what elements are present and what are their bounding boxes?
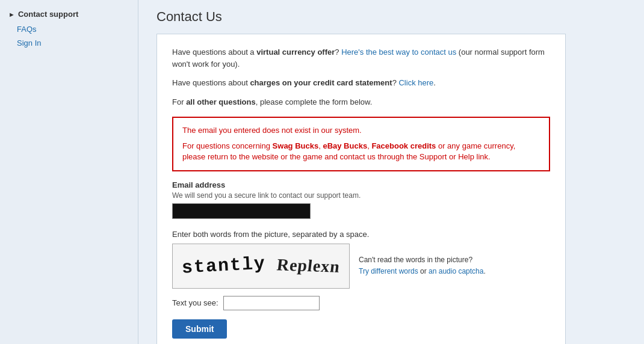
intro-line1: Have questions about a virtual currency … (172, 46, 550, 70)
error-line1: The email you entered does not exist in … (182, 125, 540, 136)
captcha-word1: stantly (181, 253, 267, 278)
sidebar-item-faqs[interactable]: FAQs (0, 22, 138, 36)
audio-captcha-link[interactable]: an audio captcha (429, 267, 483, 275)
try-different-words-link[interactable]: Try different words (359, 267, 418, 275)
captcha-text-input[interactable] (223, 296, 320, 310)
intro-line3: For all other questions, please complete… (172, 96, 550, 108)
email-input[interactable] (172, 203, 311, 219)
sidebar-item-signin[interactable]: Sign In (0, 36, 138, 50)
virtual-currency-link[interactable]: Here's the best way to contact us (341, 48, 456, 57)
credit-card-link[interactable]: Click here (398, 78, 433, 87)
email-section: Email address We will send you a secure … (172, 180, 550, 219)
arrow-icon: ► (8, 11, 15, 18)
text-see-label: Text you see: (172, 298, 218, 307)
captcha-word2: Replexn (276, 255, 341, 277)
submit-button[interactable]: Submit (172, 319, 227, 339)
text-row: Text you see: (172, 296, 550, 310)
captcha-image: stantly Replexn (172, 244, 350, 289)
captcha-row: stantly Replexn Can't read the words in … (172, 244, 550, 289)
sidebar: ► Contact support FAQs Sign In (0, 0, 138, 344)
captcha-label: Enter both words from the picture, separ… (172, 230, 550, 239)
email-label: Email address (172, 180, 550, 189)
error-line2: For questions concerning Swag Bucks, eBa… (182, 141, 540, 162)
captcha-hint: Can't read the words in the picture? Try… (359, 254, 486, 277)
sidebar-contact-label: Contact support (18, 10, 78, 19)
error-box: The email you entered does not exist in … (172, 117, 550, 171)
main-content: Contact Us Have questions about a virtua… (138, 0, 644, 344)
sidebar-item-contact: ► Contact support (0, 6, 138, 22)
content-box: Have questions about a virtual currency … (156, 34, 566, 344)
captcha-section: Enter both words from the picture, separ… (172, 230, 550, 310)
email-sublabel: We will send you a secure link to contac… (172, 191, 550, 200)
page-title: Contact Us (156, 9, 626, 25)
intro-line2: Have questions about charges on your cre… (172, 77, 550, 89)
